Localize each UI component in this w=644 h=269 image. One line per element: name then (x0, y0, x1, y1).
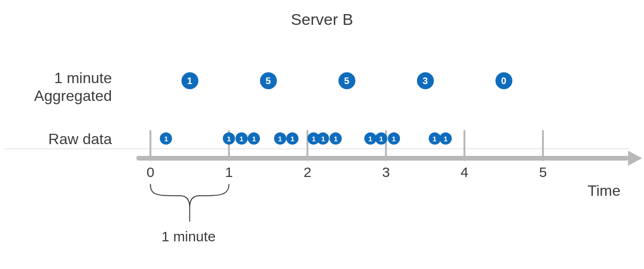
raw-point: 1 (375, 132, 387, 145)
row-label-raw: Raw data (0, 131, 112, 148)
raw-point: 1 (274, 132, 286, 145)
axis-tick-label: 5 (539, 164, 547, 180)
raw-point: 1 (364, 132, 377, 145)
row-label-aggregated-line1: 1 minute (54, 69, 112, 86)
raw-point: 1 (236, 132, 248, 145)
raw-point: 1 (388, 132, 400, 145)
chart-title: Server B (0, 10, 644, 29)
raw-point: 1 (440, 132, 452, 145)
raw-point: 1 (286, 132, 298, 145)
axis-tick-label: 1 (225, 164, 233, 180)
raw-point: 1 (317, 132, 329, 145)
aggregated-point: 0 (495, 72, 512, 89)
axis-tick-label: 3 (382, 164, 390, 180)
aggregated-point: 5 (260, 72, 277, 89)
row-label-aggregated: 1 minute Aggregated (0, 69, 112, 105)
axis-tick (149, 130, 151, 161)
time-axis (136, 156, 629, 161)
axis-tick (463, 130, 465, 161)
interval-brace (148, 184, 231, 226)
aggregated-point: 5 (338, 72, 355, 89)
row-label-aggregated-line2: Aggregated (34, 87, 112, 104)
axis-label-time: Time (588, 182, 620, 200)
raw-point: 1 (429, 132, 441, 145)
raw-point: 1 (160, 132, 172, 145)
raw-point: 1 (223, 132, 235, 145)
interval-label: 1 minute (162, 229, 216, 245)
axis-tick (542, 130, 544, 161)
aggregated-point: 3 (417, 72, 434, 89)
axis-tick-label: 2 (304, 164, 312, 180)
raw-point: 1 (248, 132, 260, 145)
axis-tick-label: 4 (461, 164, 469, 180)
aggregated-point: 1 (181, 72, 198, 89)
axis-tick-label: 0 (147, 164, 155, 180)
raw-point: 1 (330, 132, 342, 145)
axis-shadow (5, 148, 630, 149)
